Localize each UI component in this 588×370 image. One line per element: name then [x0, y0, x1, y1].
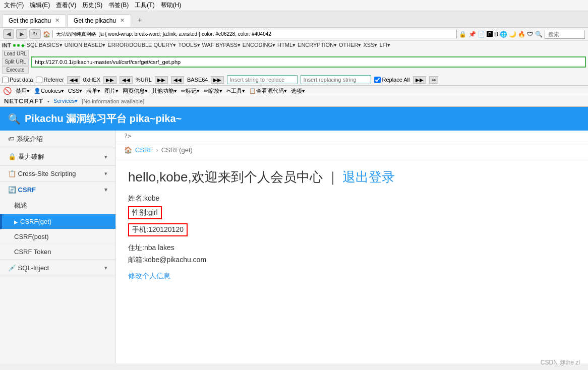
hackbar-xss[interactable]: XSS▾ [363, 42, 377, 48]
url-left-arrow[interactable]: ◀◀ [120, 76, 133, 84]
logout-link[interactable]: 退出登录 [342, 169, 395, 184]
breadcrumb-separator: › [156, 146, 158, 154]
hackbar: INT ■ ■ ◆ SQL BASICS▾ UNION BASED▾ ERROR… [0, 41, 588, 86]
user-phone: 手机:120120120 [128, 223, 188, 236]
hex-left-arrow[interactable]: ◀◀ [67, 76, 80, 84]
sidebar-item-xss[interactable]: 📋 Cross-Site Scripting ▾ [0, 166, 115, 181]
addon-options[interactable]: 选项▾ [291, 87, 305, 95]
home-icon[interactable]: 🏠 [43, 31, 50, 38]
search-input[interactable] [545, 30, 585, 39]
sidebar-section-csrf: 🔄 CSRF ▾ 概述 CSRF(get) CSRF(post) CSRF To… [0, 182, 115, 260]
referrer-checkbox-label[interactable]: Referrer [36, 77, 64, 83]
hackbar-waf[interactable]: WAF BYPASS▾ [202, 42, 241, 48]
addon-bar: 🚫 禁用▾ 👤Cookies▾ CSS▾ 表单▾ 图片▾ 网页信息▾ 其他功能▾… [0, 86, 588, 96]
tab-1[interactable]: Get the pikachu ✕ [2, 14, 66, 27]
hackbar-url-row: Load URL Split URL Execute [0, 49, 588, 74]
replace-right-arrow[interactable]: ▶▶ [413, 76, 426, 84]
hackbar-int: INT [2, 42, 11, 48]
netcraft-logo: NETCRAFT [4, 97, 43, 105]
sidebar-subitem-csrf-overview[interactable]: 概述 [0, 198, 115, 214]
menu-item-bookmarks[interactable]: 书签(B) [108, 1, 129, 10]
addon-mark[interactable]: ✏标记▾ [181, 87, 200, 95]
main-layout: 🏷 系统介绍 🔒 暴力破解 ▾ 📋 Cross-Site Scripting ▾… [0, 131, 588, 363]
tab-1-label: Get the pikachu [9, 17, 51, 24]
hackbar-lfi[interactable]: LFI▾ [379, 42, 390, 48]
replace-all-checkbox-label[interactable]: Replace All [374, 77, 409, 83]
url-right-arrow[interactable]: ▶▶ [155, 76, 168, 84]
insert-string-input[interactable] [227, 75, 298, 84]
tab-2[interactable]: Get the pikachu ✕ [67, 14, 131, 27]
hex-label: 0xHEX [83, 77, 100, 83]
sidebar-subitem-csrf-get[interactable]: CSRF(get) [0, 214, 115, 229]
hackbar-encryption[interactable]: ENCRYPTION▾ [298, 42, 337, 48]
sidebar-section-sqlinject: 💉 SQL-Inject ▾ [0, 260, 115, 276]
sidebar: 🏷 系统介绍 🔒 暴力破解 ▾ 📋 Cross-Site Scripting ▾… [0, 131, 116, 363]
addon-other[interactable]: 其他功能▾ [152, 87, 177, 95]
sidebar-item-csrf[interactable]: 🔄 CSRF ▾ [0, 182, 115, 198]
sidebar-subitem-csrf-token[interactable]: CSRF Token [0, 244, 115, 260]
menu-item-edit[interactable]: 编辑(E) [30, 1, 50, 10]
addon-page-info[interactable]: 网页信息▾ [123, 87, 148, 95]
new-tab-button[interactable]: ＋ [132, 13, 147, 27]
sidebar-item-bruteforce[interactable]: 🔒 暴力破解 ▾ [0, 148, 115, 165]
url-input[interactable] [52, 30, 457, 38]
addon-view-source[interactable]: 📋查看源代码▾ [249, 87, 287, 95]
base64-left-arrow[interactable]: ◀◀ [171, 76, 184, 84]
toolbar-icons: 📌 📄 🅿 B 🌐 🌙 🔥 🛡 [468, 31, 533, 38]
hackbar-error[interactable]: ERROR/DOUBLE QUERY▾ [107, 42, 176, 48]
base64-label: BASE64 [187, 77, 208, 83]
address-bar: ◀ ▶ ↻ 🏠 🔒 📌 📄 🅿 B 🌐 🌙 🔥 🛡 🔍 [0, 28, 588, 41]
hex-right-arrow[interactable]: ▶▶ [103, 76, 116, 84]
hackbar-encoding[interactable]: ENCODING▾ [243, 42, 275, 48]
insert-replacing-input[interactable] [301, 75, 371, 84]
sidebar-subitem-csrf-post[interactable]: CSRF(post) [0, 229, 115, 244]
sidebar-section-bruteforce: 🔒 暴力破解 ▾ [0, 148, 115, 166]
addon-zoom[interactable]: ✏缩放▾ [204, 87, 222, 95]
post-data-checkbox-label[interactable]: Post data [2, 77, 33, 83]
forward-button[interactable]: ▶ [16, 29, 27, 39]
search-icon: 🔍 [535, 31, 543, 38]
breadcrumb-csrf-link[interactable]: CSRF [135, 146, 153, 154]
tab-2-close[interactable]: ✕ [120, 17, 125, 24]
back-button[interactable]: ◀ [3, 29, 14, 39]
hackbar-html[interactable]: HTML▾ [277, 42, 296, 48]
sidebar-item-intro[interactable]: 🏷 系统介绍 [0, 131, 115, 148]
user-address: 住址:nba lakes [128, 243, 576, 253]
addon-forms[interactable]: 表单▾ [86, 87, 100, 95]
hackbar-options: Post data Referrer ◀◀ 0xHEX ▶▶ ◀◀ %URL ▶… [0, 74, 588, 85]
csdn-watermark: CSDN @the zl [541, 359, 580, 366]
tab-1-close[interactable]: ✕ [55, 17, 60, 24]
refresh-button[interactable]: ↻ [29, 29, 41, 39]
referrer-checkbox[interactable] [36, 77, 42, 83]
addon-tools[interactable]: ✂工具▾ [226, 87, 245, 95]
base64-right-arrow[interactable]: ▶▶ [211, 76, 224, 84]
sidebar-item-sqlinject[interactable]: 💉 SQL-Inject ▾ [0, 260, 115, 276]
replace-double-arrow[interactable]: ⇒ [429, 76, 438, 84]
addon-images[interactable]: 图片▾ [104, 87, 119, 95]
search-icon-header: 🔍 [8, 113, 21, 125]
menu-item-help[interactable]: 帮助(H) [161, 1, 182, 10]
hackbar-other[interactable]: OTHER▾ [339, 42, 362, 48]
hackbar-sql-basics[interactable]: SQL BASICS▾ [27, 42, 63, 48]
netcraft-services[interactable]: Services▾ [53, 98, 78, 104]
execute-button[interactable]: Execute [2, 66, 29, 74]
load-url-button[interactable]: Load URL [2, 50, 29, 57]
edit-profile-link[interactable]: 修改个人信息 [128, 272, 170, 281]
xss-expand-icon: ▾ [104, 170, 107, 177]
hackbar-tools[interactable]: TOOLS▾ [178, 42, 200, 48]
php-tag: ?> [116, 131, 588, 142]
split-url-button[interactable]: Split URL [2, 58, 29, 66]
user-name: 姓名:kobe [128, 194, 576, 203]
replace-all-checkbox[interactable] [374, 77, 381, 83]
menu-item-history[interactable]: 历史(S) [82, 1, 102, 10]
breadcrumb-home-icon[interactable]: 🏠 [124, 146, 132, 154]
addon-disable[interactable]: 禁用▾ [16, 87, 30, 95]
post-data-checkbox[interactable] [2, 77, 9, 83]
addon-cookies[interactable]: 👤Cookies▾ [34, 88, 64, 94]
menu-item-tools[interactable]: 工具(T) [135, 1, 154, 10]
hackbar-url-input[interactable] [31, 56, 586, 68]
menu-item-file[interactable]: 文件(F) [4, 1, 24, 10]
addon-css[interactable]: CSS▾ [68, 88, 83, 94]
hackbar-union[interactable]: UNION BASED▾ [65, 42, 106, 48]
menu-item-view[interactable]: 查看(V) [56, 1, 76, 10]
